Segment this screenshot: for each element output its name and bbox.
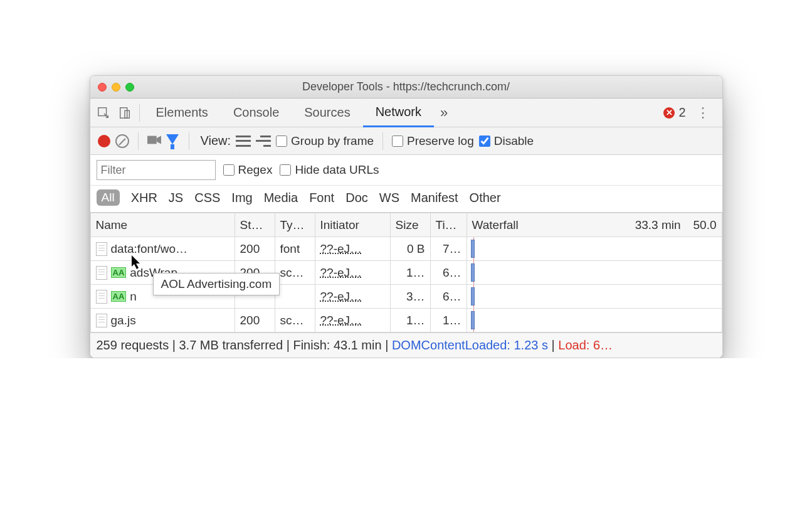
type-filter-font[interactable]: Font [309,191,334,205]
window-title: Developer Tools - https://techcrunch.com… [90,80,722,93]
file-icon [96,314,107,327]
file-icon [96,290,107,304]
group-by-frame-label: Group by frame [291,134,374,148]
col-time[interactable]: Ti… [430,213,467,237]
preserve-log-input[interactable] [392,135,403,147]
screenshot-icon[interactable] [147,134,161,148]
filter-row: Regex Hide data URLs [90,155,722,186]
col-size[interactable]: Size [390,213,430,237]
regex-input[interactable] [223,164,235,176]
tab-elements[interactable]: Elements [144,98,221,127]
cursor-icon [132,255,143,270]
view-small-icon[interactable] [256,135,271,147]
type-filter-js[interactable]: JS [169,191,183,205]
error-count-value: 2 [678,105,685,120]
type-filter-doc[interactable]: Doc [345,191,368,205]
hide-data-urls-label: Hide data URLs [295,163,379,177]
regex-label: Regex [238,163,273,177]
disable-cache-input[interactable] [479,135,490,147]
separator [139,104,140,122]
devtools-menu-icon[interactable]: ⋮ [691,105,715,121]
svg-rect-1 [120,107,127,118]
col-waterfall[interactable]: Waterfall 33.3 min 50.0 [467,213,722,237]
separator [189,132,189,150]
table-header-row: Name St… Ty… Initiator Size Ti… Waterfal… [90,213,722,237]
titlebar: Developer Tools - https://techcrunch.com… [90,76,722,98]
record-button[interactable] [98,135,110,147]
type-filter-img[interactable]: Img [231,191,252,205]
cell-initiator[interactable]: ??-eJ… [315,309,390,332]
cell-time: 6… [430,285,467,309]
view-large-icon[interactable] [236,135,251,147]
cell-waterfall [467,285,722,309]
preserve-log-checkbox[interactable]: Preserve log [392,134,474,148]
window-minimize-button[interactable] [112,83,120,92]
cell-waterfall [467,237,722,261]
type-filter-xhr[interactable]: XHR [131,191,157,205]
waterfall-tick-right: 50.0 [693,218,717,232]
filter-input[interactable] [97,160,216,180]
type-filter-all[interactable]: All [97,189,120,206]
hide-data-urls-checkbox[interactable]: Hide data URLs [280,163,379,177]
hide-data-urls-input[interactable] [280,164,291,176]
col-status[interactable]: St… [235,213,275,237]
devtools-window: Developer Tools - https://techcrunch.com… [90,75,723,358]
cell-type: sc… [275,261,315,285]
disable-cache-checkbox[interactable]: Disable [479,134,534,148]
more-tabs-button[interactable]: » [434,98,454,127]
status-requests: 259 requests [97,338,169,352]
type-filter-manifest[interactable]: Manifest [411,191,458,205]
network-toolbar: View: Group by frame Preserve log Disabl… [90,127,722,155]
svg-rect-3 [147,135,157,144]
svg-marker-5 [132,255,140,269]
group-by-frame-checkbox[interactable]: Group by frame [276,134,374,148]
status-transferred: 3.7 MB transferred [179,338,283,352]
devtools-tabstrip: Elements Console Sources Network » ✕ 2 ⋮ [90,98,722,127]
cell-time: 1… [430,309,467,332]
error-counter[interactable]: ✕ 2 [663,105,685,120]
request-name: n [130,290,137,304]
regex-checkbox[interactable]: Regex [223,163,273,177]
cell-initiator[interactable]: ??-eJ… [315,261,390,285]
separator [138,132,139,150]
table-row[interactable]: ga.js200sc…??-eJ…1…1… [90,309,722,332]
type-filter-css[interactable]: CSS [194,191,220,205]
col-type[interactable]: Ty… [275,213,315,237]
cell-size: 1… [390,261,430,285]
cell-time: 7… [430,237,467,261]
error-icon: ✕ [663,107,675,119]
type-filter-row: All XHR JS CSS Img Media Font Doc WS Man… [90,186,722,213]
col-name[interactable]: Name [90,213,235,237]
view-label: View: [201,134,231,148]
window-close-button[interactable] [98,83,107,92]
cell-initiator[interactable]: ??-eJ… [315,285,390,309]
tab-network[interactable]: Network [363,98,434,127]
disable-cache-label: Disable [494,134,534,148]
tab-sources[interactable]: Sources [292,98,362,127]
file-icon [96,242,107,256]
cell-type: font [275,237,315,261]
view-mode-buttons [236,135,271,147]
inspect-element-icon[interactable] [93,102,114,124]
type-filter-media[interactable]: Media [264,191,298,205]
cell-status: 200 [235,309,275,332]
tracker-badge: AA [111,267,127,278]
request-name: ga.js [111,314,136,327]
tab-console[interactable]: Console [221,98,292,127]
type-filter-ws[interactable]: WS [379,191,399,205]
window-maximize-button[interactable] [125,83,134,92]
cell-type: sc… [275,309,315,332]
device-toolbar-icon[interactable] [114,102,135,124]
cell-waterfall [467,261,722,285]
table-row[interactable]: data:font/wo…200font??-eJ…0 B7… [90,237,722,261]
cell-type [275,285,315,309]
cell-initiator[interactable]: ??-eJ… [315,237,390,261]
status-load: Load: 6… [558,338,613,352]
clear-button[interactable] [115,134,129,148]
col-initiator[interactable]: Initiator [315,213,390,237]
cell-time: 6… [430,261,467,285]
type-filter-other[interactable]: Other [470,191,501,205]
waterfall-tick-mid: 33.3 min [635,218,693,232]
filter-toggle-icon[interactable] [166,134,180,148]
group-by-frame-input[interactable] [276,135,287,147]
